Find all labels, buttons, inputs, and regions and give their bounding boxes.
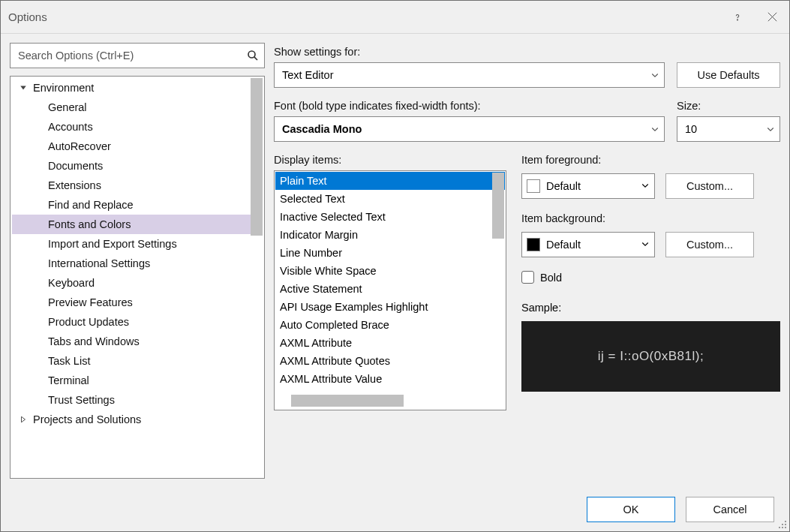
title-bar: Options bbox=[1, 1, 789, 34]
resize-grip-icon[interactable] bbox=[777, 519, 788, 530]
use-defaults-button[interactable]: Use Defaults bbox=[677, 62, 780, 88]
item-fg-value: Default bbox=[546, 180, 581, 192]
tree-scrollbar[interactable] bbox=[251, 78, 263, 236]
display-item[interactable]: AXML Attribute Quotes bbox=[275, 352, 505, 370]
display-items-list[interactable]: Plain TextSelected TextInactive Selected… bbox=[274, 170, 506, 410]
display-item[interactable]: Visible White Space bbox=[275, 262, 505, 280]
chevron-down-icon bbox=[650, 71, 659, 80]
svg-rect-7 bbox=[785, 521, 786, 522]
display-items-vscroll[interactable] bbox=[492, 173, 504, 239]
chevron-down-icon bbox=[766, 125, 775, 134]
display-item[interactable]: Plain Text bbox=[275, 172, 505, 190]
font-label: Font (bold type indicates fixed-width fo… bbox=[274, 100, 665, 112]
display-items-label: Display items: bbox=[274, 154, 506, 166]
tree-item-product-updates[interactable]: Product Updates bbox=[12, 312, 263, 332]
item-fg-label: Item foreground: bbox=[521, 154, 780, 166]
search-icon bbox=[246, 49, 260, 62]
tree-item-label: Environment bbox=[33, 82, 94, 94]
svg-rect-8 bbox=[782, 524, 783, 525]
display-item[interactable]: Auto Completed Brace bbox=[275, 316, 505, 334]
tree-item-documents[interactable]: Documents bbox=[12, 156, 263, 176]
item-fg-select[interactable]: Default bbox=[521, 173, 655, 199]
tree-item-label: Task List bbox=[48, 355, 90, 367]
tree-item-trust-settings[interactable]: Trust Settings bbox=[12, 390, 263, 410]
tree-item-terminal[interactable]: Terminal bbox=[12, 371, 263, 390]
svg-marker-6 bbox=[22, 416, 26, 422]
display-item[interactable]: AXML Attribute Value bbox=[275, 370, 505, 388]
tree-item-label: AutoRecover bbox=[48, 140, 111, 152]
fg-custom-button[interactable]: Custom... bbox=[665, 173, 754, 199]
tree-item-accounts[interactable]: Accounts bbox=[12, 117, 263, 137]
tree-item-autorecover[interactable]: AutoRecover bbox=[12, 137, 263, 156]
tree-item-label: Preview Features bbox=[48, 296, 133, 308]
item-bg-value: Default bbox=[546, 239, 581, 251]
tree-item-label: Terminal bbox=[48, 374, 89, 386]
tree-item-label: Documents bbox=[48, 160, 103, 172]
tree-item-environment[interactable]: Environment bbox=[12, 78, 263, 98]
tree-item-label: Trust Settings bbox=[48, 394, 115, 406]
svg-rect-10 bbox=[779, 527, 780, 528]
tree-item-label: Projects and Solutions bbox=[33, 413, 141, 425]
tree-item-task-list[interactable]: Task List bbox=[12, 351, 263, 371]
tree-item-label: International Settings bbox=[48, 257, 150, 269]
tree-item-keyboard[interactable]: Keyboard bbox=[12, 273, 263, 293]
font-select[interactable]: Cascadia Mono bbox=[274, 116, 665, 142]
svg-line-4 bbox=[254, 57, 257, 60]
tree-item-label: Extensions bbox=[48, 179, 101, 191]
tree-item-label: Accounts bbox=[48, 121, 93, 133]
svg-point-0 bbox=[737, 19, 737, 20]
sample-text: ij = I::oO(0xB81l); bbox=[598, 349, 704, 364]
bold-checkbox[interactable]: Bold bbox=[521, 271, 780, 284]
dialog-footer: OK Cancel bbox=[1, 488, 789, 531]
size-label: Size: bbox=[677, 100, 780, 112]
search-input-wrap[interactable] bbox=[10, 43, 265, 68]
tree-item-general[interactable]: General bbox=[12, 98, 263, 117]
bg-swatch bbox=[527, 238, 540, 251]
tree-item-preview-features[interactable]: Preview Features bbox=[12, 293, 263, 312]
tree-item-import-and-export-settings[interactable]: Import and Export Settings bbox=[12, 234, 263, 254]
display-items-hscroll[interactable] bbox=[291, 395, 404, 407]
close-icon[interactable] bbox=[755, 1, 789, 34]
display-item[interactable]: Indicator Margin bbox=[275, 226, 505, 244]
chevron-down-icon bbox=[20, 84, 30, 92]
font-value: Cascadia Mono bbox=[282, 123, 362, 135]
tree-item-fonts-and-colors[interactable]: Fonts and Colors bbox=[12, 215, 263, 234]
tree-item-international-settings[interactable]: International Settings bbox=[12, 254, 263, 273]
svg-rect-12 bbox=[785, 527, 786, 528]
show-settings-select[interactable]: Text Editor bbox=[274, 62, 665, 88]
search-input[interactable] bbox=[17, 49, 246, 62]
bg-custom-button[interactable]: Custom... bbox=[665, 232, 754, 257]
size-select[interactable]: 10 bbox=[677, 116, 780, 142]
display-item[interactable]: API Usage Examples Highlight bbox=[275, 298, 505, 316]
display-item[interactable]: Selected Text bbox=[275, 190, 505, 208]
tree-item-tabs-and-windows[interactable]: Tabs and Windows bbox=[12, 332, 263, 351]
tree-item-label: Find and Replace bbox=[48, 199, 134, 211]
sample-preview: ij = I::oO(0xB81l); bbox=[521, 321, 780, 392]
fg-swatch bbox=[527, 179, 540, 193]
display-item[interactable]: Active Statement bbox=[275, 280, 505, 298]
tree-item-label: Import and Export Settings bbox=[48, 238, 177, 250]
sample-label: Sample: bbox=[521, 302, 780, 314]
help-icon[interactable] bbox=[720, 1, 755, 34]
window-title: Options bbox=[8, 11, 47, 23]
chevron-down-icon bbox=[641, 239, 650, 251]
cancel-button[interactable]: Cancel bbox=[686, 497, 774, 522]
tree-item-extensions[interactable]: Extensions bbox=[12, 176, 263, 195]
ok-button[interactable]: OK bbox=[587, 497, 675, 522]
item-bg-label: Item background: bbox=[521, 212, 780, 224]
display-item[interactable]: Line Number bbox=[275, 244, 505, 262]
svg-point-3 bbox=[248, 51, 255, 58]
tree-item-label: General bbox=[48, 101, 87, 113]
tree-item-label: Keyboard bbox=[48, 277, 95, 289]
chevron-down-icon bbox=[641, 180, 650, 192]
svg-marker-5 bbox=[20, 86, 26, 90]
size-value: 10 bbox=[685, 123, 697, 135]
item-bg-select[interactable]: Default bbox=[521, 232, 655, 257]
display-item[interactable]: AXML Attribute bbox=[275, 334, 505, 352]
tree-item-label: Tabs and Windows bbox=[48, 335, 140, 347]
options-dialog: Options EnvironmentGeneralAccountsAutoRe… bbox=[0, 0, 790, 532]
tree-item-projects-and-solutions[interactable]: Projects and Solutions bbox=[12, 410, 263, 429]
display-item[interactable]: Inactive Selected Text bbox=[275, 208, 505, 226]
tree-item-find-and-replace[interactable]: Find and Replace bbox=[12, 195, 263, 215]
tree-item-label: Product Updates bbox=[48, 316, 129, 328]
